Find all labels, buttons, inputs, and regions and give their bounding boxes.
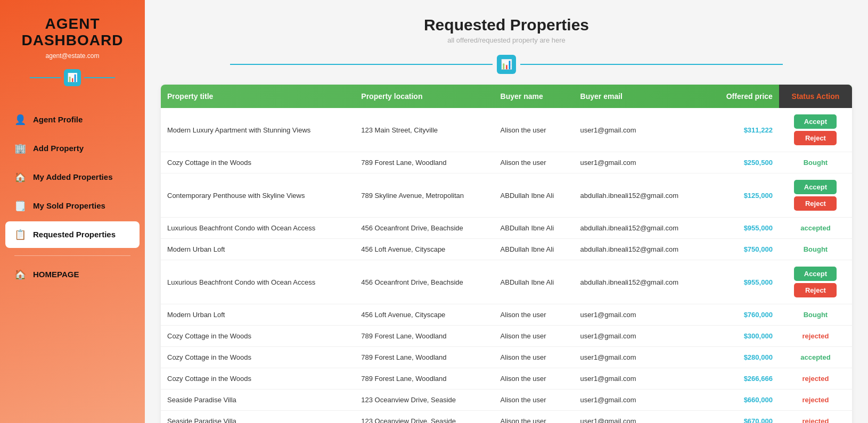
table-row: Modern Luxury Apartment with Stunning Vi… bbox=[161, 108, 852, 152]
table-row: Cozy Cottage in the Woods789 Forest Lane… bbox=[161, 326, 852, 347]
cell-2: ABDullah Ibne Ali bbox=[494, 260, 574, 304]
homepage-label: HOMEPAGE bbox=[33, 270, 79, 279]
table-row: Luxurious Beachfront Condo with Ocean Ac… bbox=[161, 218, 852, 239]
cell-1: 456 Oceanfront Drive, Beachside bbox=[355, 218, 494, 239]
status-badge: Bought bbox=[804, 311, 828, 319]
cell-2: Alison the user bbox=[494, 152, 574, 173]
cell-0: Cozy Cottage in the Woods bbox=[161, 347, 355, 368]
reject-button[interactable]: Reject bbox=[794, 196, 837, 211]
cell-action: accepted bbox=[779, 347, 852, 368]
sidebar-divider-icon: 📊 bbox=[64, 69, 81, 86]
table-row: Cozy Cottage in the Woods789 Forest Lane… bbox=[161, 152, 852, 173]
cell-2: Alison the user bbox=[494, 108, 574, 152]
cell-4: $125,000 bbox=[708, 173, 779, 218]
sidebar-item-agent-profile[interactable]: 👤 Agent Profile bbox=[5, 106, 140, 133]
cell-2: Alison the user bbox=[494, 326, 574, 347]
nav-icon-requested-properties: 📋 bbox=[14, 229, 27, 240]
table-row: Modern Urban Loft456 Loft Avenue, Citysc… bbox=[161, 304, 852, 326]
page-title: Requested Properties bbox=[161, 16, 852, 34]
cell-0: Modern Luxury Apartment with Stunning Vi… bbox=[161, 108, 355, 152]
status-badge: rejected bbox=[803, 332, 829, 340]
cell-0: Luxurious Beachfront Condo with Ocean Ac… bbox=[161, 260, 355, 304]
status-badge: accepted bbox=[800, 224, 830, 232]
brand-email: agent@estate.com bbox=[46, 52, 100, 60]
status-badge: rejected bbox=[803, 417, 829, 423]
cell-4: $955,000 bbox=[708, 218, 779, 239]
sidebar-nav: 👤 Agent Profile 🏢 Add Property 🏠 My Adde… bbox=[0, 106, 145, 250]
cell-3: abdullah.ibneali152@gmail.com bbox=[574, 260, 708, 304]
col-header-status-action: Status Action bbox=[779, 85, 852, 108]
cell-1: 789 Forest Lane, Woodland bbox=[355, 368, 494, 389]
cell-1: 789 Forest Lane, Woodland bbox=[355, 347, 494, 368]
cell-0: Cozy Cottage in the Woods bbox=[161, 326, 355, 347]
sidebar-item-requested-properties[interactable]: 📋 Requested Properties bbox=[5, 221, 140, 248]
col-header-offered-price: Offered price bbox=[708, 85, 779, 108]
cell-0: Contemporary Penthouse with Skyline View… bbox=[161, 173, 355, 218]
nav-icon-my-sold-properties: 🗒️ bbox=[14, 200, 27, 212]
cell-3: user1@gmail.com bbox=[574, 326, 708, 347]
table-row: Modern Urban Loft456 Loft Avenue, Citysc… bbox=[161, 239, 852, 260]
cell-0: Modern Urban Loft bbox=[161, 239, 355, 260]
cell-0: Seaside Paradise Villa bbox=[161, 411, 355, 424]
table-row: Luxurious Beachfront Condo with Ocean Ac… bbox=[161, 260, 852, 304]
cell-3: user1@gmail.com bbox=[574, 368, 708, 389]
cell-0: Cozy Cottage in the Woods bbox=[161, 152, 355, 173]
col-header-property-title: Property title bbox=[161, 85, 355, 108]
cell-1: 123 Oceanview Drive, Seaside bbox=[355, 389, 494, 411]
page-subtitle: all offered/requested property are here bbox=[161, 36, 852, 44]
cell-3: user1@gmail.com bbox=[574, 108, 708, 152]
cell-action: Accept Reject bbox=[779, 260, 852, 304]
reject-button[interactable]: Reject bbox=[794, 283, 837, 297]
cell-action: rejected bbox=[779, 389, 852, 411]
cell-3: user1@gmail.com bbox=[574, 347, 708, 368]
cell-0: Seaside Paradise Villa bbox=[161, 389, 355, 411]
cell-3: abdullah.ibneali152@gmail.com bbox=[574, 239, 708, 260]
cell-1: 456 Loft Avenue, Cityscape bbox=[355, 304, 494, 326]
cell-4: $311,222 bbox=[708, 108, 779, 152]
accept-button[interactable]: Accept bbox=[794, 114, 837, 129]
cell-4: $300,000 bbox=[708, 326, 779, 347]
cell-action: Accept Reject bbox=[779, 108, 852, 152]
cell-4: $760,000 bbox=[708, 304, 779, 326]
cell-action: accepted bbox=[779, 218, 852, 239]
sidebar-item-my-sold-properties[interactable]: 🗒️ My Sold Properties bbox=[5, 193, 140, 219]
table-row: Seaside Paradise Villa123 Oceanview Driv… bbox=[161, 389, 852, 411]
homepage-item[interactable]: 🏠 HOMEPAGE bbox=[5, 261, 140, 288]
cell-1: 123 Oceanview Drive, Seaside bbox=[355, 411, 494, 424]
col-header-buyer-email: Buyer email bbox=[574, 85, 708, 108]
nav-label-my-added-properties: My Added Properties bbox=[33, 172, 112, 181]
nav-icon-agent-profile: 👤 bbox=[14, 114, 27, 126]
cell-4: $670,000 bbox=[708, 411, 779, 424]
cell-action: rejected bbox=[779, 326, 852, 347]
sidebar-separator bbox=[14, 255, 130, 256]
cell-0: Cozy Cottage in the Woods bbox=[161, 368, 355, 389]
cell-1: 789 Forest Lane, Woodland bbox=[355, 326, 494, 347]
header-divider-icon: 📊 bbox=[497, 55, 516, 74]
cell-2: Alison the user bbox=[494, 368, 574, 389]
accept-button[interactable]: Accept bbox=[794, 180, 837, 194]
cell-2: ABDullah Ibne Ali bbox=[494, 173, 574, 218]
table-row: Contemporary Penthouse with Skyline View… bbox=[161, 173, 852, 218]
status-badge: rejected bbox=[803, 396, 829, 404]
status-badge: Bought bbox=[804, 245, 828, 253]
sidebar-item-my-added-properties[interactable]: 🏠 My Added Properties bbox=[5, 164, 140, 190]
sidebar-divider-line: 📊 bbox=[30, 69, 115, 86]
nav-icon-add-property: 🏢 bbox=[14, 143, 27, 154]
cell-action: Bought bbox=[779, 239, 852, 260]
col-header-property-location: Property location bbox=[355, 85, 494, 108]
accept-button[interactable]: Accept bbox=[794, 267, 837, 281]
cell-2: Alison the user bbox=[494, 304, 574, 326]
reject-button[interactable]: Reject bbox=[794, 131, 837, 145]
homepage-icon: 🏠 bbox=[14, 269, 27, 280]
table-row: Cozy Cottage in the Woods789 Forest Lane… bbox=[161, 368, 852, 389]
cell-1: 456 Loft Avenue, Cityscape bbox=[355, 239, 494, 260]
cell-action: rejected bbox=[779, 411, 852, 424]
nav-label-requested-properties: Requested Properties bbox=[33, 230, 116, 239]
status-badge: rejected bbox=[803, 375, 829, 383]
header-divider: 📊 bbox=[230, 55, 783, 74]
cell-4: $280,000 bbox=[708, 347, 779, 368]
cell-4: $266,666 bbox=[708, 368, 779, 389]
cell-2: ABDullah Ibne Ali bbox=[494, 239, 574, 260]
sidebar-item-add-property[interactable]: 🏢 Add Property bbox=[5, 135, 140, 162]
col-header-buyer-name: Buyer name bbox=[494, 85, 574, 108]
